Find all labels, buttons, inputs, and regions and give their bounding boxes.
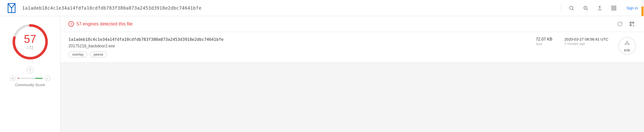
qr-code-icon[interactable]	[628, 20, 636, 28]
refresh-icon[interactable]	[616, 20, 624, 28]
svg-rect-18	[630, 22, 631, 23]
svg-point-25	[628, 44, 629, 45]
svg-rect-22	[633, 25, 634, 26]
community-sentiment-bar	[18, 78, 43, 79]
sign-in-button[interactable]: Sign in	[626, 6, 638, 10]
grid-icon[interactable]	[610, 5, 617, 12]
nav-icons: Sign in	[561, 4, 638, 12]
file-type-icon	[624, 40, 631, 48]
file-size-label: Size	[536, 42, 552, 46]
file-date-ago: 2 minutes ago	[565, 42, 608, 46]
community-positive-bar	[35, 78, 43, 79]
detection-message: 57 engines detected this file	[76, 21, 133, 27]
file-details: 1a1adeb18c4c1e34a14fdfa10cdfdb783f380a87…	[68, 37, 526, 57]
banner-actions	[616, 20, 636, 28]
hash-display: 1a1adeb18c4c1e34a14fdfa10cdfdb783f380a87…	[22, 5, 561, 11]
svg-line-27	[627, 43, 629, 44]
detection-banner: ! 57 engines detected this file	[60, 16, 644, 32]
search-alt-icon[interactable]	[582, 5, 589, 12]
logo[interactable]	[6, 3, 17, 14]
file-meta-columns: 72.07 KB Size 2020-03-27 08:56:41 UTC 2 …	[536, 37, 608, 46]
community-score-section: ? ✕ ✓ Community Score	[10, 67, 50, 87]
svg-point-24	[625, 44, 626, 45]
main-content: 57 / 72 ? ✕ ✓ Community Score ! 57 engin…	[0, 16, 644, 132]
scrollbar-track[interactable]	[641, 0, 644, 16]
svg-rect-11	[612, 8, 613, 10]
file-info-area: 1a1adeb18c4c1e34a14fdfa10cdfdb783f380a87…	[60, 32, 644, 63]
score-total: / 72	[24, 46, 36, 50]
svg-rect-20	[630, 25, 631, 26]
top-navigation: 1a1adeb18c4c1e34a14fdfa10cdfdb783f380a87…	[0, 0, 644, 16]
file-type-badge: EXE	[618, 37, 636, 55]
svg-point-2	[570, 6, 573, 9]
search-icon[interactable]	[568, 5, 575, 12]
svg-rect-12	[614, 8, 616, 10]
file-date-value: 2020-03-27 08:56:41 UTC	[565, 37, 608, 41]
file-size-value: 72.07 KB	[536, 37, 552, 42]
file-type-label: EXE	[624, 49, 630, 52]
file-tags: overlay peexe	[68, 51, 526, 57]
file-tag-overlay[interactable]: overlay	[68, 51, 87, 57]
file-hash: 1a1adeb18c4c1e34a14fdfa10cdfdb783f380a87…	[68, 37, 526, 42]
svg-rect-10	[614, 6, 616, 7]
score-circle: 57 / 72	[12, 23, 49, 60]
score-value: 57	[24, 34, 36, 45]
community-negative-bar	[18, 78, 19, 79]
svg-point-23	[626, 41, 628, 43]
svg-rect-19	[633, 22, 634, 23]
upload-icon[interactable]	[596, 5, 603, 12]
nav-divider	[561, 4, 561, 12]
community-like-button[interactable]: ✓	[45, 76, 50, 81]
svg-line-5	[587, 9, 588, 10]
svg-line-3	[573, 9, 574, 10]
score-panel: 57 / 72 ? ✕ ✓ Community Score	[0, 16, 60, 132]
file-size-col: 72.07 KB Size	[536, 37, 552, 46]
file-name: 20175218_backdoor2.exe	[68, 44, 526, 48]
community-help-icon[interactable]: ?	[27, 67, 34, 74]
score-text: 57 / 72	[24, 34, 36, 50]
community-dislike-button[interactable]: ✕	[10, 76, 16, 81]
svg-line-26	[626, 43, 627, 44]
right-content: ! 57 engines detected this file	[60, 16, 644, 132]
file-date-col: 2020-03-27 08:56:41 UTC 2 minutes ago	[565, 37, 608, 46]
svg-rect-9	[612, 6, 613, 7]
detection-alert-icon: !	[68, 21, 74, 27]
community-score-label: Community Score	[15, 83, 45, 87]
community-bar: ✕ ✓	[10, 76, 50, 81]
file-tag-peexe[interactable]: peexe	[90, 51, 107, 57]
